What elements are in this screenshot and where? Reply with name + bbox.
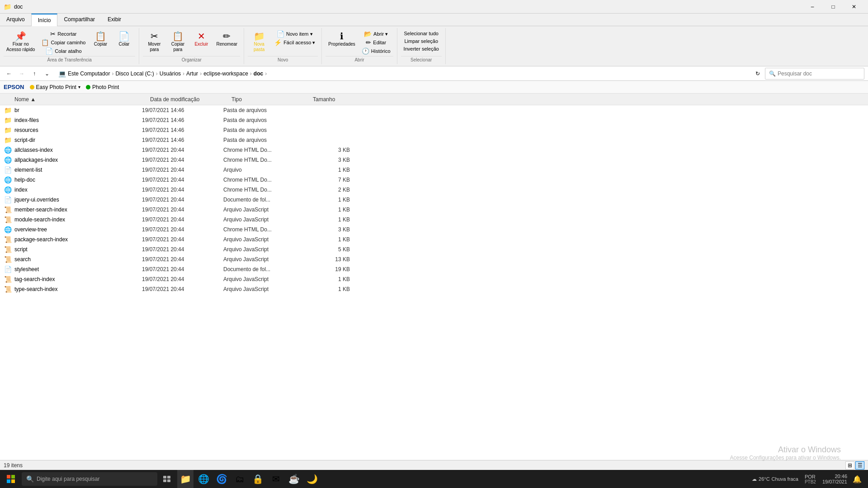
easy-access-button[interactable]: ⚡ Fácil acesso ▾	[271, 38, 318, 47]
breadcrumb-part-4[interactable]: Artur	[186, 70, 198, 77]
list-item[interactable]: 🌐 overview-tree 19/07/2021 20:44 Chrome …	[0, 225, 868, 235]
col-header-date[interactable]: Data de modificação	[150, 96, 231, 103]
col-header-name[interactable]: Nome ▲	[14, 96, 150, 103]
list-item[interactable]: 📜 package-search-index 19/07/2021 20:44 …	[0, 235, 868, 244]
mail-taskbar-icon: ✉	[272, 474, 280, 484]
eclipse-taskbar-icon: 🌙	[307, 474, 318, 484]
recent-locations-button[interactable]: ⌄	[42, 68, 52, 79]
list-item[interactable]: 📁 resources 19/07/2021 14:46 Pasta de ar…	[0, 125, 868, 135]
breadcrumb-sep-5: ›	[250, 70, 252, 77]
java-taskbar-button[interactable]: ☕	[286, 470, 302, 488]
details-view-button[interactable]: ☰	[855, 461, 864, 469]
edit-button[interactable]: ✏ Editar	[359, 38, 393, 47]
new-item-button[interactable]: 📄 Novo item ▾	[271, 30, 318, 38]
select-all-button[interactable]: Selecionar tudo	[401, 30, 442, 37]
rename-button[interactable]: ✏ Renomear	[213, 30, 240, 48]
edge-taskbar-button[interactable]: 🌀	[213, 470, 230, 488]
refresh-button[interactable]: ↻	[752, 68, 763, 79]
list-item[interactable]: 📄 jquery-ui.overrides 19/07/2021 20:44 D…	[0, 195, 868, 205]
copy-to-button[interactable]: 📋 Copiarpara	[166, 30, 189, 54]
large-icons-view-button[interactable]: ⊞	[845, 461, 854, 469]
file-date: 19/07/2021 20:44	[142, 216, 223, 223]
paste-button[interactable]: 📄 Colar	[113, 30, 135, 48]
security-taskbar-button[interactable]: 🔒	[250, 470, 266, 488]
weather-widget[interactable]: ☁ 26°C Chuva fraca	[749, 476, 801, 482]
list-item[interactable]: 📁 br 19/07/2021 14:46 Pasta de arquivos	[0, 105, 868, 115]
search-box[interactable]: 🔍	[765, 68, 864, 80]
invert-selection-button[interactable]: Inverter seleção	[401, 45, 442, 52]
pin-button[interactable]: 📌 Fixar noAcesso rápido	[4, 30, 38, 54]
list-item[interactable]: 📜 module-search-index 19/07/2021 20:44 A…	[0, 215, 868, 225]
clear-selection-button[interactable]: Limpar seleção	[401, 38, 442, 45]
col-header-size[interactable]: Tamanho	[313, 96, 358, 103]
breadcrumb-part-5[interactable]: eclipse-workspace	[203, 70, 248, 77]
breadcrumb-part-6[interactable]: doc	[254, 70, 263, 77]
file-date: 19/07/2021 20:44	[142, 236, 223, 243]
title-bar: 📁 doc – □ ✕	[0, 0, 868, 14]
file-size: 3 KB	[305, 226, 350, 233]
taskbar-search[interactable]: 🔍 Digite aqui para pesquisar	[22, 472, 157, 486]
forward-button[interactable]: →	[16, 68, 27, 79]
list-item[interactable]: 📄 element-list 19/07/2021 20:44 Arquivo …	[0, 165, 868, 175]
list-item[interactable]: 📜 search 19/07/2021 20:44 Arquivo JavaSc…	[0, 254, 868, 264]
chrome-taskbar-button[interactable]: 🌐	[195, 470, 212, 488]
copy-path-button[interactable]: 📋 Copiar caminho	[38, 38, 88, 47]
tab-compartilhar[interactable]: Compartilhar	[57, 14, 101, 26]
explorer-taskbar-button[interactable]: 📁	[177, 470, 193, 488]
start-button[interactable]	[2, 470, 20, 488]
new-folder-button[interactable]: 📁 Novapasta	[248, 30, 270, 54]
list-item[interactable]: 📄 stylesheet 19/07/2021 20:44 Documento …	[0, 264, 868, 274]
tab-inicio[interactable]: Início	[31, 14, 58, 26]
notification-button[interactable]: 🔔	[852, 470, 863, 488]
file-date: 19/07/2021 20:44	[142, 197, 223, 203]
minimize-button[interactable]: –	[802, 0, 823, 14]
tab-arquivo[interactable]: Arquivo	[0, 14, 31, 26]
clock-widget[interactable]: 20:46 19/07/2021	[820, 474, 850, 484]
list-item[interactable]: 🌐 allclasses-index 19/07/2021 20:44 Chro…	[0, 145, 868, 155]
epson-easy-photo-print[interactable]: Easy Photo Print ▾	[30, 84, 80, 90]
file-icon: 📁	[4, 116, 12, 124]
list-item[interactable]: 🌐 help-doc 19/07/2021 20:44 Chrome HTML …	[0, 175, 868, 185]
language-indicator[interactable]: POR PTB2	[803, 474, 818, 484]
paste-shortcut-button[interactable]: 📄 Colar atalho	[38, 47, 88, 55]
svg-rect-7	[167, 479, 170, 482]
back-button[interactable]: ←	[4, 68, 14, 79]
maximize-button[interactable]: □	[823, 0, 844, 14]
epson-photo-print[interactable]: Photo Print	[86, 84, 119, 90]
breadcrumb-part-3[interactable]: Usuários	[160, 70, 181, 77]
move-button[interactable]: ✂ Moverpara	[143, 30, 165, 54]
breadcrumb[interactable]: 💻 Este Computador › Disco Local (C:) › U…	[54, 68, 750, 80]
delete-button[interactable]: ✕ Excluir	[190, 30, 212, 48]
list-item[interactable]: 📜 script 19/07/2021 20:44 Arquivo JavaSc…	[0, 244, 868, 254]
close-button[interactable]: ✕	[844, 0, 864, 14]
list-item[interactable]: 📜 member-search-index 19/07/2021 20:44 A…	[0, 205, 868, 215]
mail-taskbar-button[interactable]: ✉	[268, 470, 284, 488]
file-name: br	[14, 107, 142, 113]
up-button[interactable]: ↑	[29, 68, 40, 79]
breadcrumb-part-1[interactable]: Este Computador	[68, 70, 110, 77]
properties-button[interactable]: ℹ Propriedades	[326, 30, 358, 48]
open-button[interactable]: 📂 Abrir ▾	[359, 30, 393, 38]
new-buttons: 📁 Novapasta 📄 Novo item ▾ ⚡ Fácil acesso…	[248, 30, 318, 56]
list-item[interactable]: 📁 index-files 19/07/2021 14:46 Pasta de …	[0, 115, 868, 125]
recortar-button[interactable]: ✂ Recortar	[38, 30, 88, 38]
list-item[interactable]: 🌐 allpackages-index 19/07/2021 20:44 Chr…	[0, 155, 868, 165]
list-item[interactable]: 📁 script-dir 19/07/2021 14:46 Pasta de a…	[0, 135, 868, 145]
tab-exibir[interactable]: Exibir	[101, 14, 127, 26]
search-input[interactable]	[778, 70, 860, 77]
file-list-header[interactable]: Nome ▲ Data de modificação Tipo Tamanho	[0, 94, 868, 105]
file-size: 1 KB	[305, 206, 350, 213]
eclipse-taskbar-button[interactable]: 🌙	[304, 470, 320, 488]
file-type: Chrome HTML Do...	[223, 177, 305, 183]
copy-button[interactable]: 📋 Copiar	[89, 30, 112, 48]
list-item[interactable]: 🌐 index 19/07/2021 20:44 Chrome HTML Do.…	[0, 185, 868, 195]
breadcrumb-part-2[interactable]: Disco Local (C:)	[115, 70, 154, 77]
list-item[interactable]: 📜 type-search-index 19/07/2021 20:44 Arq…	[0, 284, 868, 294]
files-taskbar-button[interactable]: 🗂	[231, 470, 248, 488]
task-view-button[interactable]	[159, 470, 175, 488]
list-item[interactable]: 📜 tag-search-index 19/07/2021 20:44 Arqu…	[0, 274, 868, 284]
file-type: Documento de fol...	[223, 266, 305, 272]
history-button[interactable]: 🕐 Histórico	[359, 47, 393, 55]
history-icon: 🕐	[362, 48, 369, 54]
col-header-type[interactable]: Tipo	[231, 96, 313, 103]
